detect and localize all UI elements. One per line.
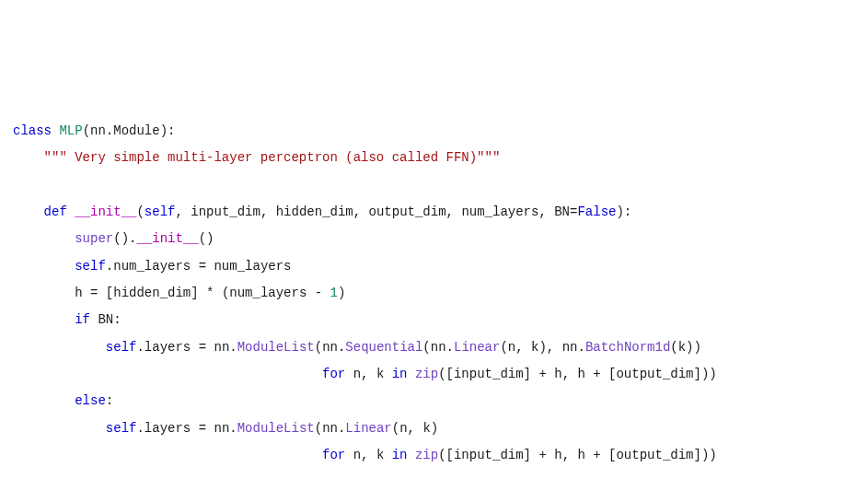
code-line: for n, k in zip([input_dim] + h, h + [ou… — [13, 448, 717, 462]
code-line: self.layers = nn.ModuleList(nn.Linear(n,… — [13, 421, 438, 436]
code-line: self.layers = nn.ModuleList(nn.Sequentia… — [13, 340, 701, 355]
class-name: MLP — [59, 123, 82, 138]
docstring: """ Very simple multi-layer perceptron (… — [44, 150, 501, 165]
code-line: if BN: — [13, 312, 122, 327]
code-editor-content[interactable]: class MLP(nn.Module): """ Very simple mu… — [13, 118, 855, 502]
code-line: h = [hidden_dim] * (num_layers - 1) — [13, 286, 345, 300]
code-line: class MLP(nn.Module): — [13, 123, 176, 138]
keyword-def: def — [44, 204, 67, 219]
code-line: def __init__(self, input_dim, hidden_dim… — [13, 204, 631, 219]
keyword-class: class — [13, 123, 52, 138]
code-line: else: — [13, 393, 113, 408]
code-line: super().__init__() — [13, 231, 214, 246]
code-line: """ Very simple multi-layer perceptron (… — [13, 150, 500, 165]
method-name: __init__ — [75, 204, 136, 219]
code-line: self.num_layers = num_layers — [13, 259, 291, 274]
code-line: for n, k in zip([input_dim] + h, h + [ou… — [13, 367, 717, 381]
